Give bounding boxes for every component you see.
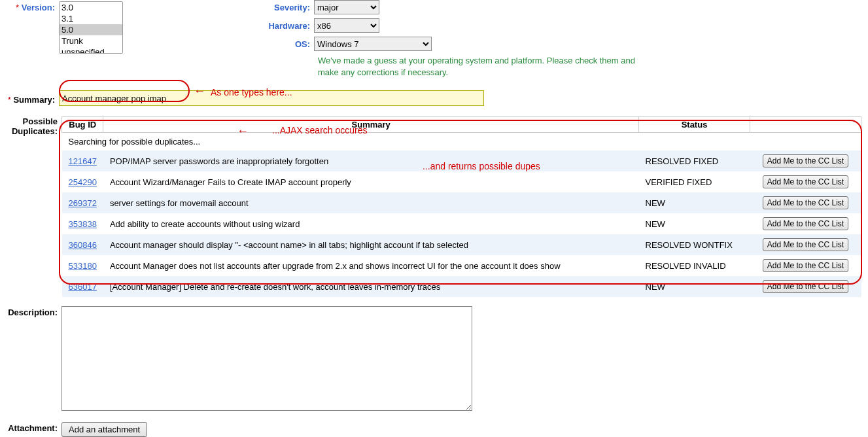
dup-summary: Add ability to create accounts without u…	[103, 213, 639, 234]
col-actions	[750, 117, 861, 133]
description-textarea[interactable]	[61, 306, 472, 411]
dup-summary: Account Manager does not list accounts a…	[103, 255, 639, 276]
os-select[interactable]: Windows 7	[314, 37, 432, 51]
dup-summary: POP/IMAP server passwords are inappropri…	[103, 150, 639, 171]
dup-summary: [Account Manager] Delete and re-create d…	[103, 276, 639, 297]
bug-id-link[interactable]: 121647	[69, 156, 97, 166]
attachment-label: Attachment:	[3, 421, 61, 437]
dup-status: NEW	[639, 276, 750, 297]
dup-summary: Account Wizard/Manager Fails to Create I…	[103, 171, 639, 192]
hardware-label: Hardware:	[196, 21, 314, 31]
dup-status: RESOLVED WONTFIX	[639, 234, 750, 255]
add-cc-button[interactable]: Add Me to the CC List	[763, 280, 848, 293]
dup-status: RESOLVED INVALID	[639, 255, 750, 276]
version-select[interactable]: 3.03.15.0Trunkunspecified	[59, 1, 123, 54]
possible-duplicates-label: PossibleDuplicates:	[3, 114, 61, 298]
duplicates-table: Bug ID Summary Status Searching for poss…	[61, 116, 861, 297]
add-cc-button[interactable]: Add Me to the CC List	[763, 238, 848, 251]
bug-id-link[interactable]: 269372	[69, 198, 97, 208]
dup-status: NEW	[639, 213, 750, 234]
version-label: * Version:	[0, 0, 59, 12]
os-label: OS:	[196, 39, 314, 49]
dup-status: VERIFIED FIXED	[639, 171, 750, 192]
bug-id-link[interactable]: 254290	[69, 177, 97, 187]
col-summary: Summary	[103, 117, 639, 133]
dup-summary: server settings for movemail account	[103, 192, 639, 213]
bug-id-link[interactable]: 353838	[69, 219, 97, 229]
summary-label: * Summary:	[0, 92, 59, 105]
table-row: 636017[Account Manager] Delete and re-cr…	[62, 276, 861, 297]
add-cc-button[interactable]: Add Me to the CC List	[763, 217, 848, 230]
table-row: 269372server settings for movemail accou…	[62, 192, 861, 213]
os-guess-note: We've made a guess at your operating sys…	[196, 55, 654, 84]
dup-status: RESOLVED FIXED	[639, 150, 750, 171]
add-attachment-button[interactable]: Add an attachment	[61, 422, 147, 437]
dup-summary: Account manager should display "- <accou…	[103, 234, 639, 255]
bug-id-link[interactable]: 360846	[69, 240, 97, 250]
table-row: 121647POP/IMAP server passwords are inap…	[62, 150, 861, 171]
bug-id-link[interactable]: 533180	[69, 261, 97, 271]
table-row: 254290Account Wizard/Manager Fails to Cr…	[62, 171, 861, 192]
dup-status: NEW	[639, 192, 750, 213]
severity-label: Severity:	[196, 3, 314, 12]
add-cc-button[interactable]: Add Me to the CC List	[763, 196, 848, 209]
searching-text: Searching for possible duplicates...	[62, 133, 861, 151]
severity-select[interactable]: major	[314, 0, 379, 14]
col-status: Status	[639, 117, 750, 133]
bug-id-link[interactable]: 636017	[69, 282, 97, 292]
col-bug-id: Bug ID	[62, 117, 103, 133]
add-cc-button[interactable]: Add Me to the CC List	[763, 259, 848, 272]
add-cc-button[interactable]: Add Me to the CC List	[763, 175, 848, 188]
description-label: Description:	[3, 305, 61, 414]
table-row: 360846Account manager should display "- …	[62, 234, 861, 255]
table-row: 533180Account Manager does not list acco…	[62, 255, 861, 276]
hardware-select[interactable]: x86	[314, 18, 379, 33]
table-row: 353838Add ability to create accounts wit…	[62, 213, 861, 234]
summary-input[interactable]	[59, 90, 484, 106]
add-cc-button[interactable]: Add Me to the CC List	[763, 154, 848, 167]
